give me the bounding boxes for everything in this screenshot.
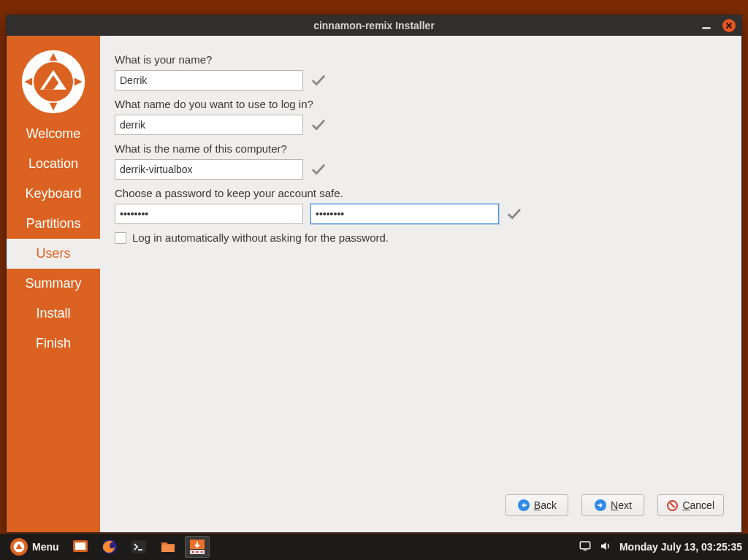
svg-rect-4 — [75, 542, 85, 550]
svg-point-11 — [191, 551, 194, 553]
taskbar-terminal-icon[interactable] — [126, 536, 151, 558]
password-confirm-input[interactable] — [310, 204, 499, 224]
arrow-right-icon — [595, 499, 606, 511]
taskbar-installer-icon[interactable] — [185, 536, 210, 558]
window-title: cinnamon-remix Installer — [313, 20, 435, 31]
next-button[interactable]: Next — [581, 494, 644, 516]
fullname-label: What is your name? — [115, 53, 727, 66]
sidebar-item-label: Users — [36, 246, 70, 261]
menu-label: Menu — [32, 541, 59, 553]
sidebar-item-label: Summary — [25, 276, 81, 291]
minimize-icon[interactable] — [701, 20, 712, 31]
sidebar-item-location[interactable]: Location — [7, 149, 100, 179]
fullname-input[interactable] — [115, 70, 303, 91]
taskbar: Menu Monday July 13, 03:25:35 — [0, 534, 748, 560]
taskbar-files-icon[interactable] — [156, 536, 180, 558]
distro-logo-icon — [10, 538, 28, 556]
sidebar-item-summary[interactable]: Summary — [7, 269, 100, 299]
network-icon[interactable] — [579, 540, 592, 555]
check-icon — [506, 206, 522, 222]
svg-rect-8 — [161, 545, 175, 552]
svg-rect-14 — [580, 542, 590, 549]
cancel-icon — [667, 500, 678, 511]
sidebar-item-label: Welcome — [26, 126, 81, 141]
sidebar-item-partitions[interactable]: Partitions — [7, 209, 100, 239]
sidebar-item-welcome[interactable]: Welcome — [7, 119, 100, 149]
sidebar-item-finish[interactable]: Finish — [7, 329, 100, 358]
clock-label[interactable]: Monday July 13, 03:25:35 — [619, 541, 742, 553]
sidebar-item-install[interactable]: Install — [7, 299, 100, 329]
sidebar-item-label: Keyboard — [25, 186, 81, 201]
sidebar-item-label: Partitions — [26, 216, 80, 231]
wizard-footer: Back Next Cancel — [115, 487, 727, 525]
taskbar-firefox-icon[interactable] — [97, 536, 122, 558]
username-input[interactable] — [115, 115, 303, 135]
close-icon[interactable] — [722, 19, 736, 32]
arrow-left-icon — [518, 499, 530, 511]
check-icon — [310, 161, 327, 177]
start-menu-button[interactable]: Menu — [6, 537, 64, 557]
password-input[interactable] — [115, 204, 303, 224]
cinnamon-logo-icon — [20, 49, 86, 115]
username-label: What name do you want to use to log in? — [115, 98, 727, 110]
back-button[interactable]: Back — [505, 494, 568, 516]
sidebar-item-label: Finish — [36, 336, 71, 350]
hostname-input[interactable] — [115, 159, 303, 180]
svg-rect-6 — [131, 540, 146, 553]
check-icon — [310, 117, 327, 133]
svg-point-12 — [196, 551, 198, 553]
sidebar: Welcome Location Keyboard Partitions Use… — [7, 36, 100, 532]
main-panel: What is your name? What name do you want… — [100, 36, 741, 532]
svg-point-13 — [200, 551, 202, 553]
password-label: Choose a password to keep your account s… — [115, 187, 727, 199]
window-titlebar[interactable]: cinnamon-remix Installer — [7, 15, 741, 36]
svg-rect-15 — [584, 549, 587, 551]
svg-rect-7 — [138, 549, 142, 551]
cancel-button[interactable]: Cancel — [657, 494, 724, 516]
check-icon — [310, 72, 327, 88]
hostname-label: What is the name of this computer? — [115, 142, 727, 155]
sidebar-item-users[interactable]: Users — [7, 239, 100, 269]
volume-icon[interactable] — [599, 540, 612, 555]
sidebar-item-keyboard[interactable]: Keyboard — [7, 179, 100, 209]
autologin-checkbox[interactable] — [115, 232, 126, 244]
sidebar-item-label: Location — [28, 156, 78, 171]
installer-window: cinnamon-remix Installer — [6, 15, 742, 533]
sidebar-item-label: Install — [36, 306, 70, 321]
autologin-label: Log in automatically without asking for … — [132, 231, 389, 244]
taskbar-show-desktop-icon[interactable] — [68, 536, 93, 558]
